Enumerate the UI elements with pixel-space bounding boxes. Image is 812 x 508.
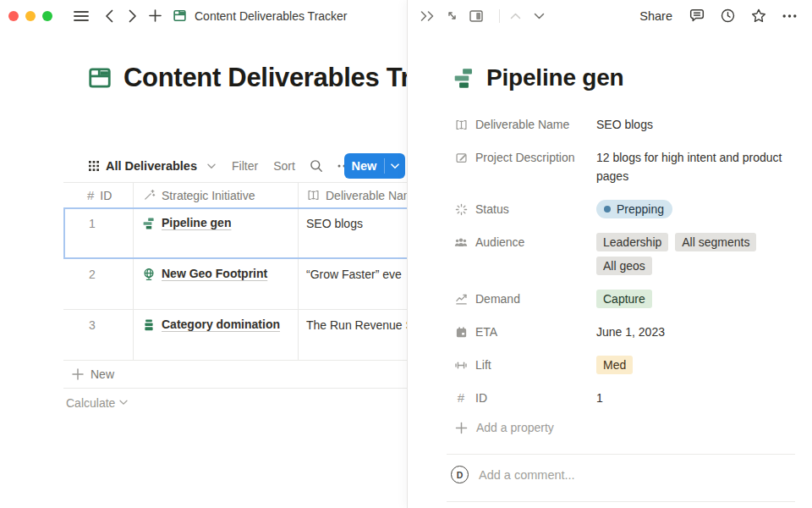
tag[interactable]: Capture — [596, 290, 652, 308]
add-comment-row[interactable]: D Add a comment... — [451, 466, 792, 483]
record-title[interactable]: Pipeline gen — [486, 64, 624, 91]
property-value[interactable]: Med — [596, 356, 792, 374]
trend-chart-icon — [454, 293, 468, 306]
chevron-down-icon — [119, 400, 128, 406]
cell-deliverable-name[interactable]: “Grow Faster” eve — [299, 259, 407, 309]
new-page-plus-icon[interactable] — [149, 9, 162, 22]
filter-button[interactable]: Filter — [232, 159, 258, 173]
toolbar-divider — [499, 9, 500, 23]
tag[interactable]: All geos — [596, 257, 652, 275]
grid-view-icon — [88, 160, 100, 172]
column-header-strategic-initiative[interactable]: Strategic Initiative — [134, 183, 299, 207]
property-row-demand: Demand Capture — [454, 290, 792, 308]
user-avatar: D — [451, 466, 469, 483]
property-label[interactable]: Deliverable Name — [454, 115, 596, 134]
more-options-icon[interactable] — [782, 14, 797, 18]
table-row[interactable]: 3 Category domination The Run Revenue S — [63, 310, 407, 361]
cell-deliverable-name[interactable]: SEO blogs — [299, 208, 407, 258]
page-table-icon — [173, 8, 187, 23]
zoom-window-button[interactable] — [42, 11, 52, 21]
property-label[interactable]: Project Description — [454, 148, 596, 167]
property-row-deliverable-name: Deliverable Name SEO blogs — [454, 115, 792, 134]
magic-wand-icon — [142, 189, 156, 202]
add-property-button[interactable]: Add a property — [454, 421, 792, 434]
page-link[interactable]: Category domination — [162, 318, 280, 331]
table-row[interactable]: 1 Pipeline gen SEO blogs — [63, 208, 407, 259]
sort-button[interactable]: Sort — [273, 159, 295, 173]
main-pane: Content Deliverables Tracker Content Del… — [0, 0, 407, 508]
cell-strategic-initiative[interactable]: Category domination — [134, 310, 299, 360]
people-icon — [454, 236, 468, 249]
property-label[interactable]: Status — [454, 200, 596, 218]
tag[interactable]: Med — [596, 356, 633, 374]
page-link[interactable]: Pipeline gen — [162, 216, 231, 229]
property-value[interactable]: Prepping — [596, 200, 792, 218]
previous-record-chevron-up-icon[interactable] — [510, 13, 521, 19]
comments-icon[interactable] — [689, 8, 705, 23]
property-label[interactable]: ETA — [454, 323, 596, 341]
cell-id[interactable]: 3 — [63, 310, 134, 360]
close-peek-double-chevron-icon[interactable] — [420, 11, 435, 21]
new-button-label: New — [344, 159, 384, 173]
property-value[interactable]: 1 — [596, 389, 792, 407]
column-header-id[interactable]: # ID — [63, 183, 134, 207]
status-dot — [604, 206, 611, 213]
comment-input-placeholder[interactable]: Add a comment... — [479, 468, 575, 482]
page-link[interactable]: New Geo Footprint — [162, 267, 267, 280]
cell-strategic-initiative[interactable]: Pipeline gen — [134, 208, 299, 258]
page-title[interactable]: Content Deliverables Tracker — [123, 63, 407, 93]
edit-pencil-icon — [454, 152, 468, 164]
close-window-button[interactable] — [8, 11, 19, 21]
calculate-label: Calculate — [66, 396, 115, 410]
table-row[interactable]: 2 New Geo Footprint “Grow Faster” eve — [63, 259, 407, 310]
status-tag[interactable]: Prepping — [596, 200, 672, 218]
cell-strategic-initiative[interactable]: New Geo Footprint — [134, 259, 299, 309]
nav-back-icon[interactable] — [105, 9, 113, 23]
globe-icon — [142, 268, 156, 281]
expand-page-icon[interactable] — [446, 9, 458, 22]
calendar-icon — [454, 326, 468, 339]
hamburger-menu-icon[interactable] — [74, 10, 89, 22]
property-value[interactable]: June 1, 2023 — [596, 323, 792, 341]
column-header-deliverable-name[interactable]: Deliverable Name — [299, 183, 407, 207]
next-record-chevron-down-icon[interactable] — [534, 13, 545, 19]
bars-chart-icon[interactable] — [453, 67, 475, 90]
new-row-label: New — [91, 367, 114, 381]
new-record-button[interactable]: New — [344, 153, 405, 179]
property-label[interactable]: # ID — [454, 389, 596, 407]
favorite-star-icon[interactable] — [751, 8, 766, 23]
property-row-audience: Audience Leadership All segments All geo… — [454, 233, 792, 275]
property-row-status: Status Prepping — [454, 200, 792, 218]
dumbbell-icon — [454, 359, 468, 372]
nav-forward-icon[interactable] — [129, 9, 137, 23]
peek-bottom-divider — [447, 501, 795, 502]
property-value[interactable]: SEO blogs — [596, 115, 792, 134]
tag[interactable]: All segments — [675, 233, 756, 251]
property-row-project-description: Project Description 12 blogs for high in… — [454, 148, 792, 185]
property-value[interactable]: Leadership All segments All geos — [596, 233, 792, 275]
chevron-down-icon — [207, 163, 216, 169]
history-clock-icon[interactable] — [721, 8, 735, 23]
new-row-button[interactable]: New — [63, 361, 407, 389]
cell-id[interactable]: 2 — [63, 259, 134, 309]
property-label[interactable]: Audience — [454, 233, 596, 251]
tag[interactable]: Leadership — [596, 233, 668, 251]
side-peek-toggle-icon[interactable] — [469, 10, 483, 22]
page-title-table-icon[interactable] — [87, 65, 112, 91]
property-value[interactable]: Capture — [596, 290, 792, 308]
new-button-chevron-down-icon[interactable] — [385, 163, 405, 169]
text-field-icon — [454, 119, 468, 131]
minimize-window-button[interactable] — [25, 11, 36, 21]
cell-deliverable-name[interactable]: The Run Revenue S — [299, 310, 407, 360]
share-button[interactable]: Share — [639, 9, 672, 23]
view-name-label: All Deliverables — [106, 159, 197, 173]
calculate-button[interactable]: Calculate — [63, 389, 407, 417]
property-label[interactable]: Lift — [454, 356, 596, 374]
search-icon[interactable] — [310, 159, 323, 173]
property-label[interactable]: Demand — [454, 290, 596, 308]
property-value[interactable]: 12 blogs for high intent and product pag… — [596, 148, 792, 185]
window-titlebar: Content Deliverables Tracker — [0, 0, 348, 31]
cell-id[interactable]: 1 — [63, 208, 134, 258]
property-row-lift: Lift Med — [454, 356, 792, 374]
view-selector[interactable]: All Deliverables — [88, 159, 216, 173]
